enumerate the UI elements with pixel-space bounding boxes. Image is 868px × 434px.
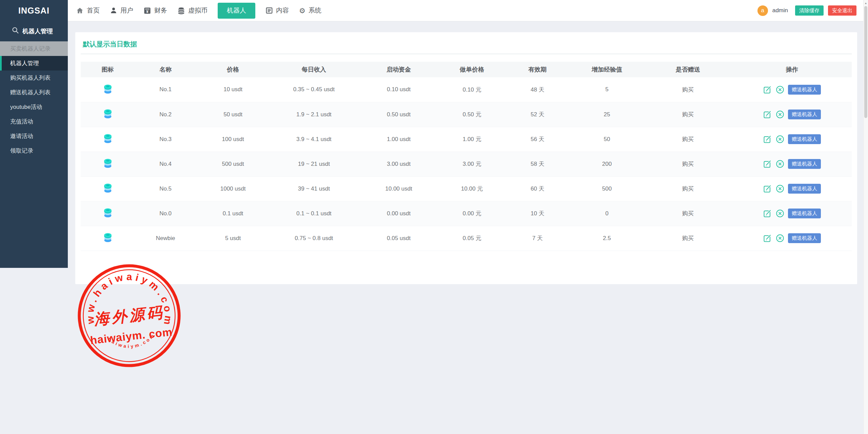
cell-order-price: 3.00 元 (439, 152, 505, 176)
nav-item-content[interactable]: 内容 (265, 6, 289, 15)
cell-name: Newbie (135, 226, 196, 251)
delete-icon[interactable] (775, 184, 785, 193)
nav-item-finance[interactable]: ¥ 财务 (143, 6, 167, 15)
home-icon (76, 7, 84, 15)
gift-robot-button[interactable]: 赠送机器人 (788, 110, 821, 119)
cell-daily-income: 0.35 ~ 0.45 usdt (270, 77, 358, 102)
sidebar-item-invite-activity[interactable]: 邀请活动 (0, 129, 68, 143)
cell-gift: 购买 (644, 152, 732, 176)
edit-icon[interactable] (763, 234, 772, 243)
edit-icon[interactable] (763, 135, 772, 144)
cell-gift: 购买 (644, 77, 732, 102)
sidebar-item-trade-robot-records[interactable]: 买卖机器人记录 (0, 41, 68, 56)
edit-icon[interactable] (763, 209, 772, 218)
cell-validity: 56 天 (505, 127, 570, 152)
edit-icon[interactable] (763, 184, 772, 193)
sidebar-item-recharge-activity[interactable]: 充值活动 (0, 114, 68, 129)
delete-icon[interactable] (775, 135, 785, 144)
cell-validity: 10 天 (505, 201, 570, 226)
robot-coin-icon (103, 158, 113, 169)
sidebar-item-label: 领取记录 (10, 147, 33, 154)
top-navbar: 首页 用户 ¥ 财务 虚拟币 机器人 内容 ⚙ 系统 a admin 清除缓存 … (68, 0, 863, 21)
sidebar-item-claim-records[interactable]: 领取记录 (0, 143, 68, 158)
delete-icon[interactable] (775, 209, 785, 218)
robot-coin-icon (103, 83, 113, 94)
delete-icon[interactable] (775, 159, 785, 169)
cell-exp: 500 (570, 176, 644, 201)
avatar[interactable]: a (757, 5, 768, 16)
cell-validity: 60 天 (505, 176, 570, 201)
cell-validity: 48 天 (505, 77, 570, 102)
sidebar: INGSAI 机器人管理 买卖机器人记录 机器人管理 购买机器人列表 赠送机器人… (0, 0, 68, 268)
svg-text:¥: ¥ (146, 9, 149, 14)
sidebar-item-youtube-activity[interactable]: youtube活动 (0, 100, 68, 114)
edit-icon[interactable] (763, 110, 772, 119)
sidebar-item-robot-management[interactable]: 机器人管理 (0, 56, 68, 71)
sidebar-item-gift-robot-list[interactable]: 赠送机器人列表 (0, 85, 68, 100)
sidebar-item-label: 买卖机器人记录 (10, 45, 51, 52)
username[interactable]: admin (772, 7, 788, 14)
cell-order-price: 0.05 元 (439, 226, 505, 251)
sidebar-item-label: 机器人管理 (10, 60, 39, 66)
navbar-right: a admin 清除缓存 安全退出 (757, 5, 856, 16)
logout-button[interactable]: 安全退出 (828, 5, 856, 16)
cell-name: No.1 (135, 77, 196, 102)
brand-logo: INGSAI (0, 0, 68, 21)
sidebar-item-buy-robot-list[interactable]: 购买机器人列表 (0, 71, 68, 85)
col-header-daily-income: 每日收入 (270, 62, 358, 77)
table-header: 图标 名称 价格 每日收入 启动资金 做单价格 有效期 增加经验值 是否赠送 操… (81, 62, 852, 77)
cell-start-fund: 1.00 usdt (358, 127, 439, 152)
nav-item-label: 系统 (309, 6, 321, 15)
table-row: No.5 1000 usdt 39 ~ 41 usdt 10.00 usdt 1… (81, 176, 852, 201)
nav-item-users[interactable]: 用户 (110, 6, 133, 15)
col-header-name: 名称 (135, 62, 196, 77)
cell-gift: 购买 (644, 127, 732, 152)
search-icon (12, 26, 19, 36)
sidebar-menu: 买卖机器人记录 机器人管理 购买机器人列表 赠送机器人列表 youtube活动 … (0, 41, 68, 158)
gift-robot-button[interactable]: 赠送机器人 (788, 159, 821, 169)
edit-icon[interactable] (763, 85, 772, 94)
gift-robot-button[interactable]: 赠送机器人 (788, 85, 821, 95)
user-icon (110, 7, 117, 14)
coins-icon (177, 7, 185, 15)
cell-price: 500 usdt (196, 152, 270, 176)
content-icon (265, 7, 273, 14)
sidebar-section-title: 机器人管理 (0, 21, 68, 41)
title-divider (81, 54, 852, 54)
gift-robot-button[interactable]: 赠送机器人 (788, 184, 821, 194)
cell-order-price: 0.00 元 (439, 201, 505, 226)
cell-order-price: 10.00 元 (439, 176, 505, 201)
finance-icon: ¥ (143, 7, 151, 15)
cell-start-fund: 0.10 usdt (358, 77, 439, 102)
robot-coin-icon (103, 133, 113, 144)
clear-cache-button[interactable]: 清除缓存 (795, 5, 824, 16)
gift-robot-button[interactable]: 赠送机器人 (788, 209, 821, 218)
col-header-gift: 是否赠送 (644, 62, 732, 77)
sidebar-item-label: 邀请活动 (10, 133, 33, 139)
scrollbar-up-arrow[interactable]: ▲ (864, 2, 868, 5)
scrollbar-thumb[interactable] (864, 6, 867, 118)
nav-item-virtual-currency[interactable]: 虚拟币 (177, 6, 208, 15)
edit-icon[interactable] (763, 159, 772, 169)
nav-item-system[interactable]: ⚙ 系统 (299, 6, 321, 15)
cell-price: 50 usdt (196, 102, 270, 127)
gift-robot-button[interactable]: 赠送机器人 (788, 134, 821, 144)
delete-icon[interactable] (775, 85, 785, 94)
gift-robot-button[interactable]: 赠送机器人 (788, 233, 821, 243)
nav-item-home[interactable]: 首页 (76, 6, 100, 15)
sidebar-item-label: 充值活动 (10, 118, 33, 125)
col-header-exp: 增加经验值 (570, 62, 644, 77)
cell-exp: 25 (570, 102, 644, 127)
sidebar-item-label: 购买机器人列表 (10, 75, 51, 81)
table-row: No.0 0.1 usdt 0.1 ~ 0.1 usdt 0.00 usdt 0… (81, 201, 852, 226)
robot-coin-icon (103, 108, 113, 119)
nav-item-label: 内容 (276, 6, 289, 15)
delete-icon[interactable] (775, 234, 785, 243)
cell-start-fund: 0.00 usdt (358, 201, 439, 226)
scrollbar[interactable]: ▲ (863, 0, 868, 434)
delete-icon[interactable] (775, 110, 785, 119)
col-header-order-price: 做单价格 (439, 62, 505, 77)
cell-gift: 购买 (644, 176, 732, 201)
nav-item-robot-active[interactable]: 机器人 (218, 3, 255, 19)
cell-start-fund: 0.50 usdt (358, 102, 439, 127)
